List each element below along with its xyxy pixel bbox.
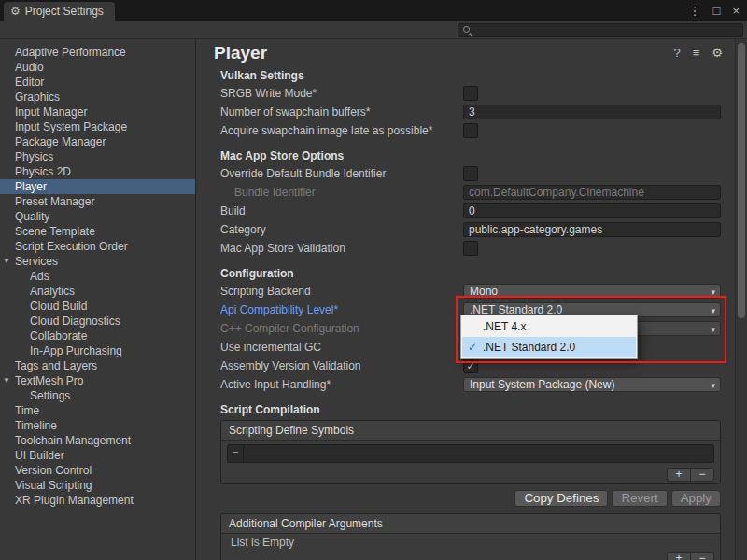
- project-settings-tab[interactable]: ⚙ Project Settings: [4, 2, 115, 21]
- section-script-compilation: Script Compilation: [220, 401, 747, 418]
- settings-sidebar: Adaptive Performance Audio Editor Graphi…: [0, 39, 196, 560]
- setting-row: Category public.app-category.games: [197, 220, 747, 239]
- sidebar-item-graphics[interactable]: Graphics: [0, 90, 195, 105]
- sidebar-item-version-control[interactable]: Version Control: [0, 463, 195, 478]
- sidebar-item-preset-manager[interactable]: Preset Manager: [0, 194, 195, 209]
- vertical-scrollbar[interactable]: [735, 39, 747, 560]
- sidebar-item-ui-builder[interactable]: UI Builder: [0, 448, 195, 463]
- sidebar-item-ads[interactable]: Ads: [0, 269, 195, 284]
- setting-row: SRGB Write Mode*: [197, 84, 747, 103]
- sidebar-item-toolchain-management[interactable]: Toolchain Management: [0, 433, 195, 448]
- panel-header: Player ? ≡ ⚙: [197, 39, 747, 65]
- setting-row: Acquire swapchain image late as possible…: [197, 121, 747, 140]
- category-field[interactable]: public.app-category.games: [463, 222, 721, 237]
- sidebar-item-cloud-build[interactable]: Cloud Build: [0, 299, 195, 314]
- sidebar-item-timeline[interactable]: Timeline: [0, 418, 195, 433]
- sidebar-item-time[interactable]: Time: [0, 403, 195, 418]
- copy-defines-button[interactable]: Copy Defines: [514, 490, 608, 507]
- sidebar-item-input-system-package[interactable]: Input System Package: [0, 119, 195, 134]
- sidebar-item-adaptive-performance[interactable]: Adaptive Performance: [0, 45, 195, 60]
- sidebar-item-quality[interactable]: Quality: [0, 209, 195, 224]
- revert-button[interactable]: Revert: [612, 490, 667, 507]
- check-icon: ✓: [466, 361, 474, 371]
- setting-row: Assembly Version Validation ✓: [197, 357, 747, 375]
- search-icon: [462, 25, 472, 35]
- sidebar-item-editor[interactable]: Editor: [0, 75, 195, 90]
- scripting-define-symbols-box: Scripting Define Symbols = + −: [220, 420, 721, 484]
- sidebar-item-textmesh-pro[interactable]: ▼TextMesh Pro: [0, 373, 195, 388]
- api-compatibility-menu: .NET 4.x ✓ .NET Standard 2.0: [460, 315, 638, 359]
- bundle-identifier-field[interactable]: com.DefaultCompany.Cinemachine: [463, 185, 721, 200]
- foldout-open-icon[interactable]: ▼: [3, 254, 10, 269]
- sidebar-item-audio[interactable]: Audio: [0, 60, 195, 75]
- setting-row: Bundle Identifier com.DefaultCompany.Cin…: [197, 183, 747, 202]
- override-bundle-identifier-checkbox[interactable]: [463, 166, 478, 181]
- setting-row: Scripting Backend Mono ▾: [197, 282, 747, 301]
- sidebar-item-xr-plugin-management[interactable]: XR Plugin Management: [0, 493, 195, 508]
- additional-compiler-arguments-box: Additional Compiler Arguments List is Em…: [220, 513, 721, 560]
- sidebar-item-analytics[interactable]: Analytics: [0, 284, 195, 299]
- box-title: Scripting Define Symbols: [221, 421, 720, 441]
- scripting-backend-dropdown[interactable]: Mono ▾: [463, 284, 721, 299]
- maximize-icon[interactable]: □: [713, 4, 721, 18]
- section-vulkan-settings: Vulkan Settings: [220, 67, 747, 84]
- acquire-swapchain-checkbox[interactable]: [463, 123, 478, 138]
- active-input-handling-dropdown[interactable]: Input System Package (New) ▾: [463, 377, 721, 392]
- remove-button[interactable]: −: [690, 468, 714, 482]
- sidebar-item-cloud-diagnostics[interactable]: Cloud Diagnostics: [0, 314, 195, 329]
- scrollbar-thumb[interactable]: [738, 43, 745, 318]
- presets-icon[interactable]: ≡: [693, 46, 700, 60]
- add-button[interactable]: +: [667, 552, 690, 560]
- page-title: Player: [214, 43, 267, 63]
- close-icon[interactable]: ×: [732, 4, 740, 18]
- setting-row: Mac App Store Validation: [197, 239, 747, 258]
- assembly-version-validation-checkbox[interactable]: ✓: [463, 358, 478, 373]
- sidebar-item-textmesh-settings[interactable]: Settings: [0, 388, 195, 403]
- define-symbol-input[interactable]: [244, 445, 713, 462]
- sidebar-item-tags-and-layers[interactable]: Tags and Layers: [0, 358, 195, 373]
- setting-row: Active Input Handling* Input System Pack…: [197, 375, 747, 394]
- check-icon: ✓: [462, 341, 483, 354]
- search-input[interactable]: [458, 23, 743, 37]
- gear-icon: ⚙: [10, 5, 21, 18]
- sidebar-item-player[interactable]: Player: [0, 179, 195, 194]
- section-configuration: Configuration: [220, 265, 747, 282]
- chevron-down-icon: ▾: [711, 379, 715, 392]
- setting-row: Override Default Bundle Identifier: [197, 164, 747, 183]
- sidebar-item-input-manager[interactable]: Input Manager: [0, 105, 195, 119]
- remove-button[interactable]: −: [690, 552, 714, 560]
- chevron-down-icon: ▾: [711, 286, 715, 299]
- sidebar-item-visual-scripting[interactable]: Visual Scripting: [0, 478, 195, 493]
- window-controls: ⋮ □ ×: [689, 0, 740, 21]
- section-mac-app-store: Mac App Store Options: [220, 147, 747, 164]
- sidebar-item-in-app-purchasing[interactable]: In-App Purchasing: [0, 343, 195, 358]
- player-settings-panel: Player ? ≡ ⚙ Vulkan Settings SRGB Write …: [197, 39, 747, 560]
- drag-handle[interactable]: =: [228, 445, 244, 462]
- titlebar: ⚙ Project Settings ⋮ □ ×: [0, 0, 747, 21]
- window-title: Project Settings: [25, 5, 104, 18]
- menu-item-net-4x[interactable]: .NET 4.x: [462, 316, 636, 337]
- foldout-open-icon[interactable]: ▼: [3, 373, 10, 388]
- menu-item-net-standard-2-0[interactable]: ✓ .NET Standard 2.0: [462, 337, 636, 357]
- apply-button[interactable]: Apply: [671, 490, 721, 507]
- sidebar-item-scene-template[interactable]: Scene Template: [0, 224, 195, 239]
- empty-list-label: List is Empty: [221, 534, 720, 551]
- sidebar-item-services[interactable]: ▼Services: [0, 254, 195, 269]
- mac-app-store-validation-checkbox[interactable]: [463, 241, 478, 256]
- toolbar: [0, 21, 747, 39]
- srgb-write-mode-checkbox[interactable]: [463, 86, 478, 101]
- swapchain-buffers-field[interactable]: 3: [463, 105, 721, 119]
- sidebar-item-physics[interactable]: Physics: [0, 149, 195, 164]
- build-field[interactable]: 0: [463, 203, 721, 218]
- chevron-down-icon: ▾: [711, 323, 715, 336]
- sidebar-item-script-execution-order[interactable]: Script Execution Order: [0, 239, 195, 254]
- gear-icon[interactable]: ⚙: [712, 46, 723, 60]
- help-icon[interactable]: ?: [674, 46, 681, 60]
- sidebar-item-package-manager[interactable]: Package Manager: [0, 134, 195, 149]
- add-button[interactable]: +: [667, 468, 690, 482]
- menu-dots-icon[interactable]: ⋮: [689, 4, 701, 18]
- sidebar-item-collaborate[interactable]: Collaborate: [0, 329, 195, 343]
- box-title: Additional Compiler Arguments: [221, 514, 720, 534]
- sidebar-item-physics-2d[interactable]: Physics 2D: [0, 164, 195, 179]
- setting-row: Number of swapchain buffers* 3: [197, 103, 747, 121]
